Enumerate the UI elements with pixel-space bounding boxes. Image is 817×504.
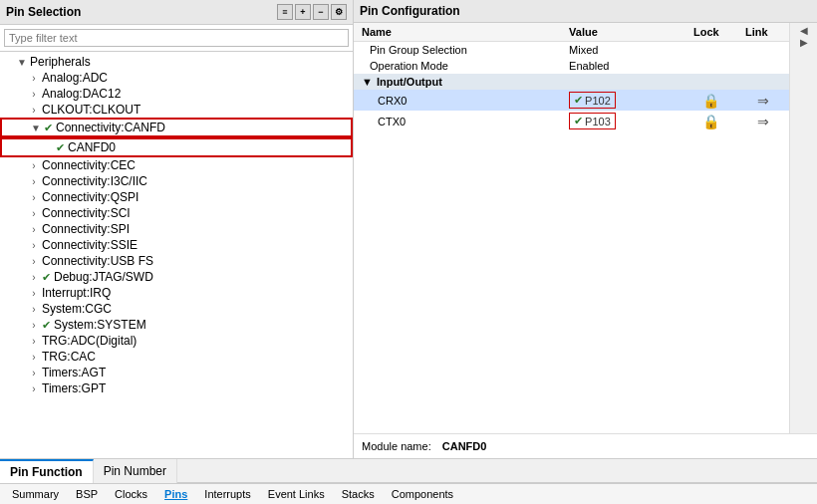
lock-icon: 🔒 <box>702 93 719 109</box>
module-name-label: Module name: <box>362 440 431 452</box>
table-row-crx0[interactable]: CRX0 ✔ P102 🔒 ⇒ <box>354 90 789 111</box>
row-link-cell[interactable]: ⇒ <box>737 90 789 111</box>
tree-label: Timers:GPT <box>42 381 106 395</box>
nav-components[interactable]: Components <box>384 486 461 502</box>
tree-label: Connectivity:CEC <box>42 158 136 172</box>
row-lock-cell[interactable]: 🔒 <box>685 90 737 111</box>
expand-arrow: › <box>28 304 40 315</box>
tree-item-connectivity-usb-fs[interactable]: › Connectivity:USB FS <box>0 253 353 269</box>
row-value[interactable]: ✔ P102 <box>561 90 685 111</box>
row-link-cell[interactable]: ⇒ <box>737 111 789 131</box>
check-green-icon: ✔ <box>574 94 583 107</box>
expand-arrow: › <box>28 368 40 378</box>
tree-label: Timers:AGT <box>42 366 106 379</box>
tree-item-system-cgc[interactable]: › System:CGC <box>0 301 353 317</box>
tree-item-connectivity-ssie[interactable]: › Connectivity:SSIE <box>0 237 353 253</box>
expand-arrow: ▼ <box>16 57 28 68</box>
expand-arrow: › <box>28 105 40 116</box>
nav-left-icon[interactable]: ◀ <box>800 25 808 36</box>
expand-arrow: › <box>28 224 40 235</box>
tree-item-analog-dac12[interactable]: › Analog:DAC12 <box>0 86 353 102</box>
nav-right-icon[interactable]: ▶ <box>800 37 808 48</box>
tree-label: Peripherals <box>30 55 91 69</box>
tree-label: Connectivity:SPI <box>42 222 130 236</box>
pin-value-box: ✔ P102 <box>569 92 616 109</box>
module-name-value: CANFD0 <box>442 440 487 452</box>
expand-arrow: › <box>28 89 40 100</box>
expand-arrow: › <box>28 256 40 267</box>
tree-label: TRG:ADC(Digital) <box>42 334 136 348</box>
panel-header-icons: ≡ + − ⚙ <box>277 4 347 20</box>
left-panel-header: Pin Selection ≡ + − ⚙ <box>0 0 353 25</box>
tab-pin-function[interactable]: Pin Function <box>0 459 94 483</box>
nav-stacks[interactable]: Stacks <box>334 486 383 502</box>
nav-event-links[interactable]: Event Links <box>260 486 333 502</box>
row-link <box>737 42 789 59</box>
tree-item-canfd0[interactable]: ✔ CANFD0 <box>0 137 353 157</box>
tree-item-interrupt-irq[interactable]: › Interrupt:IRQ <box>0 285 353 301</box>
table-section-header: ▼Input/Output <box>354 74 789 90</box>
nav-summary[interactable]: Summary <box>4 486 67 502</box>
tree-label: TRG:CAC <box>42 350 96 364</box>
remove-icon[interactable]: − <box>313 4 329 20</box>
tree-item-connectivity-qspi[interactable]: › Connectivity:QSPI <box>0 189 353 205</box>
filter-input[interactable] <box>4 29 349 47</box>
expand-arrow: › <box>28 288 40 299</box>
arrow-right-icon: ⇒ <box>757 93 769 109</box>
add-icon[interactable]: + <box>295 4 311 20</box>
tree-item-connectivity-cec[interactable]: › Connectivity:CEC <box>0 157 353 173</box>
tree-label: Interrupt:IRQ <box>42 286 111 300</box>
table-row-ctx0[interactable]: CTX0 ✔ P103 🔒 ⇒ <box>354 111 789 131</box>
expand-arrow: ▼ <box>30 123 42 133</box>
expand-arrow: › <box>28 176 40 187</box>
tree-item-analog-adc[interactable]: › Analog:ADC <box>0 70 353 86</box>
nav-bsp[interactable]: BSP <box>68 486 106 502</box>
tree-item-connectivity-i3c[interactable]: › Connectivity:I3C/IIC <box>0 173 353 189</box>
expand-arrow: › <box>28 160 40 171</box>
row-name: CRX0 <box>354 90 561 111</box>
right-panel-header: Pin Configuration <box>354 0 817 23</box>
expand-arrow: › <box>28 192 40 203</box>
row-value: Mixed <box>561 42 685 59</box>
tab-pin-number[interactable]: Pin Number <box>94 459 177 483</box>
nav-clocks[interactable]: Clocks <box>107 486 155 502</box>
left-panel: Pin Selection ≡ + − ⚙ ▼ Peripherals › An… <box>0 0 354 458</box>
tree-item-timers-agt[interactable]: › Timers:AGT <box>0 365 353 380</box>
tree-label: Analog:ADC <box>42 71 108 85</box>
tree-item-debug-jtag[interactable]: › ✔ Debug:JTAG/SWD <box>0 269 353 285</box>
expand-arrow: › <box>28 208 40 219</box>
tree-label: CANFD0 <box>68 140 116 154</box>
tree-label: Debug:JTAG/SWD <box>54 270 153 284</box>
row-value[interactable]: ✔ P103 <box>561 111 685 131</box>
tree-item-timers-gpt[interactable]: › Timers:GPT <box>0 380 353 396</box>
tree-container: ▼ Peripherals › Analog:ADC › Analog:DAC1… <box>0 52 353 458</box>
table-row[interactable]: Operation Mode Enabled <box>354 58 789 74</box>
tree-item-clkout[interactable]: › CLKOUT:CLKOUT <box>0 102 353 118</box>
table-row[interactable]: Pin Group Selection Mixed <box>354 42 789 59</box>
col-header-name: Name <box>354 23 561 42</box>
col-header-value: Value <box>561 23 685 42</box>
row-lock-cell[interactable]: 🔒 <box>685 111 737 131</box>
lock-icon: 🔒 <box>702 114 719 129</box>
tree-item-connectivity-canfd[interactable]: ▼ ✔ Connectivity:CANFD <box>0 118 353 137</box>
tree-item-trg-cac[interactable]: › TRG:CAC <box>0 349 353 365</box>
bottom-nav-bar: Summary BSP Clocks Pins Interrupts Event… <box>0 483 817 504</box>
list-view-icon[interactable]: ≡ <box>277 4 293 20</box>
check-icon: ✔ <box>42 271 51 284</box>
tree-item-connectivity-spi[interactable]: › Connectivity:SPI <box>0 221 353 237</box>
settings-icon[interactable]: ⚙ <box>331 4 347 20</box>
expand-arrow: › <box>28 383 40 394</box>
tree-item-connectivity-sci[interactable]: › Connectivity:SCI <box>0 205 353 221</box>
bottom-tabs: Pin Function Pin Number <box>0 458 817 483</box>
tree-item-trg-adc[interactable]: › TRG:ADC(Digital) <box>0 333 353 349</box>
row-link <box>737 58 789 74</box>
nav-pins[interactable]: Pins <box>156 486 195 502</box>
tree-label: Analog:DAC12 <box>42 87 121 101</box>
tree-label: Connectivity:QSPI <box>42 190 138 204</box>
expand-arrow: › <box>28 240 40 251</box>
nav-interrupts[interactable]: Interrupts <box>196 486 258 502</box>
tree-label: Connectivity:USB FS <box>42 254 153 268</box>
col-header-lock: Lock <box>685 23 737 42</box>
tree-item-peripherals[interactable]: ▼ Peripherals <box>0 54 353 70</box>
tree-item-system-system[interactable]: › ✔ System:SYSTEM <box>0 317 353 333</box>
